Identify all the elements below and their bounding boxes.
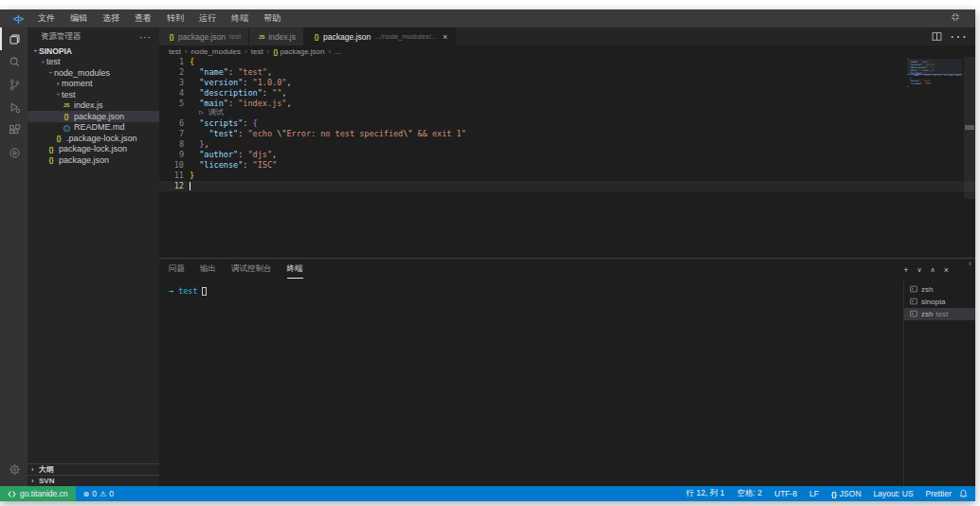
tab-hint: test xyxy=(229,32,241,41)
search-icon[interactable] xyxy=(0,50,27,73)
status-encoding[interactable]: UTF-8 xyxy=(774,489,797,498)
menu-terminal[interactable]: 终端 xyxy=(224,9,256,27)
tree-item-package-json[interactable]: {}package.json xyxy=(27,154,159,166)
code-line-10: 10 "license": "ISC" xyxy=(159,160,975,171)
editor-scrollbar[interactable] xyxy=(964,57,975,258)
breadcrumb-item-node-modules[interactable]: node_modules xyxy=(191,47,241,56)
notifications-bell-icon[interactable] xyxy=(959,489,975,498)
tree-item-package-lock-json[interactable]: {}.package-lock.json xyxy=(27,133,159,144)
tree-item-index-js[interactable]: JSindex.js xyxy=(27,100,159,112)
tree-item-test[interactable]: ›test xyxy=(27,57,159,68)
new-terminal-icon[interactable]: + xyxy=(903,265,908,275)
status-language-mode[interactable]: {}JSON xyxy=(831,489,862,498)
breadcrumb-item-[interactable]: ... xyxy=(335,47,341,56)
status-layout[interactable]: Layout: US xyxy=(874,489,914,498)
sidebar-section-svn[interactable]: ›SVN xyxy=(27,475,159,486)
menu-file[interactable]: 文件 xyxy=(30,9,63,27)
code-editor[interactable]: 1{2 "name": "test",3 "version": "1.0.0",… xyxy=(159,57,975,258)
tab-bar: {}package.jsontestJSindex.js{}package.js… xyxy=(159,27,975,45)
scrollbar-thumb[interactable] xyxy=(965,125,974,130)
minimap[interactable]: { "name": "test", "version": "1.0.0", "d… xyxy=(907,59,962,89)
json-file-icon: {} xyxy=(167,33,176,40)
remote-run-icon[interactable] xyxy=(0,141,27,164)
tree-item-test[interactable]: ›test xyxy=(27,89,159,100)
json-file-icon: {} xyxy=(46,146,56,153)
breadcrumb-item-test[interactable]: test xyxy=(169,47,181,56)
menu-help[interactable]: 帮助 xyxy=(256,9,288,27)
warning-icon: ⚠ xyxy=(100,490,106,498)
line-number: 10 xyxy=(159,160,184,171)
problems-status[interactable]: ⊗ 0 ⚠ 0 xyxy=(76,489,121,498)
tab-index-js[interactable]: JSindex.js xyxy=(249,27,304,45)
menu-edit[interactable]: 编辑 xyxy=(63,9,95,27)
close-panel-icon[interactable]: × xyxy=(944,265,949,275)
tree-item-label: package.json xyxy=(59,155,109,165)
titlebar: <|> 文件编辑选择查看转到运行终端帮助 xyxy=(0,9,975,27)
status-eol[interactable]: LF xyxy=(809,489,819,498)
extensions-icon[interactable] xyxy=(0,118,27,141)
menu-run[interactable]: 运行 xyxy=(191,9,224,27)
terminal-output[interactable]: →test xyxy=(159,280,975,296)
js-file-icon: JS xyxy=(62,102,71,108)
js-file-icon: JS xyxy=(257,34,266,40)
status-cursor-position[interactable]: 行 12, 列 1 xyxy=(686,488,725,499)
explorer-icon[interactable] xyxy=(0,27,27,50)
menu-go[interactable]: 转到 xyxy=(159,9,191,27)
terminal-icon xyxy=(910,298,921,307)
tree-item-sinopia[interactable]: ›SINOPIA xyxy=(27,45,159,57)
close-tab-icon[interactable]: × xyxy=(443,32,447,42)
minimap-slider[interactable] xyxy=(907,59,962,75)
tree-item-label: test xyxy=(46,57,61,66)
tree-item-readme-md[interactable]: iREADME.md xyxy=(27,122,159,134)
tab-package-json-test[interactable]: {}package.jsontest xyxy=(159,27,249,45)
menu-selection[interactable]: 选择 xyxy=(95,9,127,27)
maximize-panel-icon[interactable]: ∧ xyxy=(931,266,935,274)
app-logo-icon: <|> xyxy=(13,14,23,24)
tab-label: package.json xyxy=(323,32,371,42)
terminal-command: test xyxy=(178,286,197,296)
status-indentation[interactable]: 空格: 2 xyxy=(737,488,762,499)
restore-window-icon[interactable] xyxy=(951,12,960,24)
tree-item-package-lock-json[interactable]: {}package-lock.json xyxy=(27,144,159,155)
json-file-icon: {} xyxy=(54,135,64,141)
breadcrumb-item-package-json[interactable]: {}package.json xyxy=(273,47,324,56)
line-number: 8 xyxy=(159,139,184,150)
tree-item-label: package-lock.json xyxy=(59,144,127,154)
codelens-debug[interactable]: ▷ 调试 xyxy=(159,108,975,118)
breadcrumb-separator: › xyxy=(329,47,332,56)
section-label: 大纲 xyxy=(39,464,54,475)
terminal-instance-zsh[interactable]: zsh xyxy=(904,283,975,296)
editor-more-actions-icon[interactable]: ··· xyxy=(950,28,968,45)
source-control-icon[interactable] xyxy=(0,73,27,96)
remote-indicator[interactable]: go.titanide.cn xyxy=(0,486,76,501)
terminal-instance-zsh-test[interactable]: zshtest xyxy=(904,308,975,320)
split-editor-icon[interactable] xyxy=(932,28,942,45)
panel-tab-problems[interactable]: 问题 xyxy=(169,263,185,279)
tree-item-package-json[interactable]: {}package.json xyxy=(27,111,159,122)
explorer-more-actions-icon[interactable]: ··· xyxy=(139,32,152,43)
terminal-icon xyxy=(910,285,921,295)
text-cursor xyxy=(190,182,191,190)
sidebar-section-outline[interactable]: ›大纲 xyxy=(27,463,159,475)
line-number: 1 xyxy=(159,57,184,67)
terminal-instance-sinopia[interactable]: sinopia xyxy=(904,296,975,308)
line-number: 3 xyxy=(159,78,184,88)
tree-item-label: index.js xyxy=(74,100,103,110)
breadcrumb-separator: › xyxy=(267,47,270,56)
tree-item-moment[interactable]: ›moment xyxy=(27,79,159,90)
panel-tab-output[interactable]: 输出 xyxy=(200,263,216,279)
tree-item-label: node_modules xyxy=(54,68,110,78)
run-debug-icon[interactable] xyxy=(0,96,27,118)
panel-tab-terminal[interactable]: 终端 xyxy=(287,263,303,279)
breadcrumb-item-test[interactable]: test xyxy=(251,47,263,56)
tab-package-json-node-modules[interactable]: {}package.json.../node_modules/...× xyxy=(304,27,456,45)
status-formatter[interactable]: Prettier xyxy=(926,489,952,498)
line-number: 5 xyxy=(159,99,184,109)
tree-item-node-modules[interactable]: ›node_modules xyxy=(27,67,159,79)
panel-tab-debug-console[interactable]: 调试控制台 xyxy=(231,263,272,279)
manage-gear-icon[interactable] xyxy=(0,458,27,480)
code-line-4: 4 "description": "", xyxy=(159,88,975,99)
terminal-dropdown-icon[interactable]: ∨ xyxy=(916,266,921,274)
json-file-icon: {} xyxy=(273,48,278,55)
menu-view[interactable]: 查看 xyxy=(127,9,159,27)
